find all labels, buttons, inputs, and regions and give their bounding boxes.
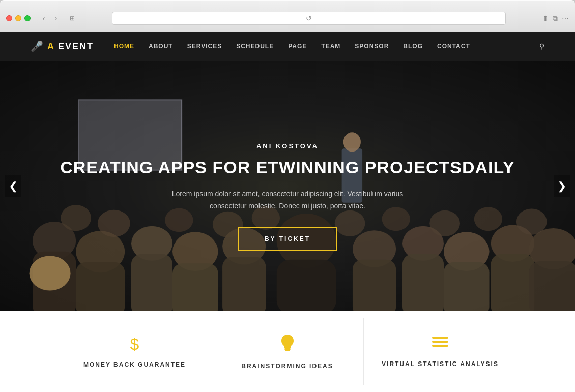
browser-actions: ⬆ ⧉ ⋯ xyxy=(542,14,569,23)
svg-rect-14 xyxy=(277,260,336,311)
hero-section: ❮ ❯ ANI KOSTOVA CREATING APPS FOR ETWINN… xyxy=(0,61,575,311)
svg-rect-8 xyxy=(131,254,172,311)
back-button[interactable]: ‹ xyxy=(39,13,49,23)
svg-rect-24 xyxy=(529,261,575,311)
svg-rect-16 xyxy=(353,260,396,311)
nav-home[interactable]: HOME xyxy=(114,43,134,50)
chevron-left-icon: ❮ xyxy=(9,179,18,193)
search-icon[interactable]: ⚲ xyxy=(539,42,544,50)
window-controls: ⊞ xyxy=(67,13,77,23)
forward-button[interactable]: › xyxy=(51,13,61,23)
feature-brainstorming: BRAINSTORMING IDEAS xyxy=(211,318,364,385)
nav-schedule[interactable]: SCHEDULE xyxy=(236,43,274,50)
nav-blog[interactable]: BLOG xyxy=(403,43,423,50)
reload-button[interactable]: ↺ xyxy=(306,14,312,22)
close-button[interactable] xyxy=(6,15,12,21)
chevron-right-icon: ❯ xyxy=(557,179,566,193)
navbar: 🎤 AEVENT HOME ABOUT SERVICES SCHEDULE PA… xyxy=(0,32,575,61)
dollar-icon: $ xyxy=(130,335,139,354)
prev-slide-button[interactable]: ❮ xyxy=(5,175,21,197)
features-section: $ MONEY BACK GUARANTEE BRAINSTORMING IDE… xyxy=(0,311,575,392)
microphone-icon: 🎤 xyxy=(31,40,44,52)
feature-money-back: $ MONEY BACK GUARANTEE xyxy=(59,318,211,385)
browser-nav-buttons: ‹ › xyxy=(39,13,61,23)
svg-point-35 xyxy=(30,256,71,290)
feature-statistics: VIRTUAL STATISTIC ANALYSIS xyxy=(364,318,516,385)
svg-rect-22 xyxy=(491,254,534,311)
svg-rect-6 xyxy=(76,262,125,311)
address-bar[interactable]: ↺ xyxy=(112,12,506,25)
hero-description: Lorem ipsum dolor sit amet, consectetur … xyxy=(160,188,415,213)
website: 🎤 AEVENT HOME ABOUT SERVICES SCHEDULE PA… xyxy=(0,32,575,392)
buy-ticket-button[interactable]: BY TICKET xyxy=(238,227,337,251)
new-tab-button[interactable]: ⧉ xyxy=(553,14,558,23)
bars-icon xyxy=(432,336,449,353)
maximize-button[interactable] xyxy=(24,15,31,21)
feature-statistics-label: VIRTUAL STATISTIC ANALYSIS xyxy=(382,360,499,368)
share-button[interactable]: ⬆ xyxy=(542,14,549,23)
next-slide-button[interactable]: ❯ xyxy=(554,175,570,197)
svg-rect-38 xyxy=(432,337,448,339)
svg-rect-10 xyxy=(172,263,218,311)
nav-about[interactable]: ABOUT xyxy=(149,43,173,50)
svg-rect-37 xyxy=(285,350,290,351)
svg-rect-18 xyxy=(402,254,444,311)
feature-brainstorming-label: BRAINSTORMING IDEAS xyxy=(241,363,333,370)
hero-content: ANI KOSTOVA CREATING APPS FOR ETWINNING … xyxy=(0,61,575,251)
nav-team[interactable]: TEAM xyxy=(321,43,340,50)
nav-contact[interactable]: CONTACT xyxy=(437,43,470,50)
logo-text: EVENT xyxy=(58,41,94,52)
svg-rect-40 xyxy=(432,345,448,347)
nav-links: HOME ABOUT SERVICES SCHEDULE PAGE TEAM S… xyxy=(114,42,544,50)
features-grid: $ MONEY BACK GUARANTEE BRAINSTORMING IDE… xyxy=(59,318,516,385)
hero-subtitle: ANI KOSTOVA xyxy=(0,142,575,150)
minimize-button[interactable] xyxy=(15,15,21,21)
browser-chrome: ‹ › ⊞ ↺ ⬆ ⧉ ⋯ xyxy=(0,0,575,32)
menu-button[interactable]: ⋯ xyxy=(562,14,569,23)
lightbulb-icon xyxy=(280,334,295,355)
grid-view-button[interactable]: ⊞ xyxy=(67,13,77,23)
traffic-lights xyxy=(6,15,31,21)
svg-rect-36 xyxy=(284,348,291,350)
nav-services[interactable]: SERVICES xyxy=(187,43,222,50)
svg-rect-20 xyxy=(444,262,490,311)
feature-money-back-label: MONEY BACK GUARANTEE xyxy=(83,361,186,368)
nav-page[interactable]: PAGE xyxy=(288,43,307,50)
nav-sponsor[interactable]: SPONSOR xyxy=(355,43,389,50)
svg-rect-12 xyxy=(222,257,266,311)
logo-a: A xyxy=(47,41,55,52)
hero-title: CREATING APPS FOR ETWINNING PROJECTSDAIL… xyxy=(0,157,575,178)
svg-rect-39 xyxy=(432,341,448,343)
logo[interactable]: 🎤 AEVENT xyxy=(31,40,94,52)
